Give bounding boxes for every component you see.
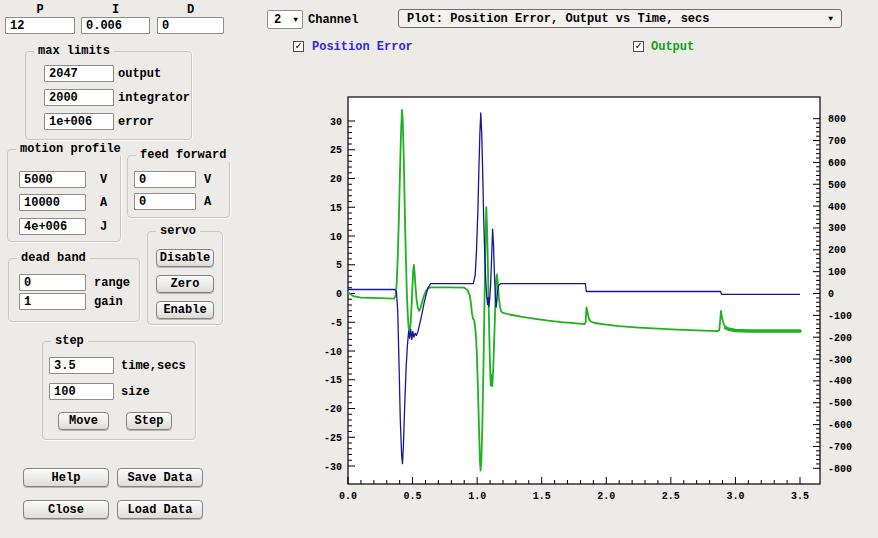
- svg-text:10: 10: [330, 232, 342, 243]
- svg-text:1.0: 1.0: [468, 491, 486, 502]
- svg-text:3.5: 3.5: [791, 491, 809, 502]
- svg-text:-200: -200: [828, 333, 852, 344]
- svg-text:500: 500: [828, 180, 846, 191]
- svg-text:0.5: 0.5: [404, 491, 422, 502]
- svg-text:-100: -100: [828, 311, 852, 322]
- svg-text:0: 0: [828, 289, 834, 300]
- svg-text:-800: -800: [828, 464, 852, 475]
- svg-text:-5: -5: [330, 318, 342, 329]
- svg-text:-500: -500: [828, 398, 852, 409]
- svg-text:-400: -400: [828, 376, 852, 387]
- svg-text:-15: -15: [324, 375, 342, 386]
- svg-text:25: 25: [330, 145, 342, 156]
- svg-text:100: 100: [828, 267, 846, 278]
- plot-canvas: -30-25-20-15-10-5051015202530-800-700-60…: [0, 0, 878, 538]
- svg-text:2.5: 2.5: [662, 491, 680, 502]
- svg-text:2.0: 2.0: [597, 491, 615, 502]
- svg-text:700: 700: [828, 136, 846, 147]
- svg-text:30: 30: [330, 117, 342, 128]
- svg-text:1.5: 1.5: [533, 491, 551, 502]
- svg-text:-25: -25: [324, 433, 342, 444]
- svg-text:800: 800: [828, 114, 846, 125]
- svg-text:400: 400: [828, 202, 846, 213]
- svg-text:200: 200: [828, 245, 846, 256]
- svg-text:-30: -30: [324, 462, 342, 473]
- svg-text:600: 600: [828, 158, 846, 169]
- svg-text:0.0: 0.0: [339, 491, 357, 502]
- svg-text:20: 20: [330, 174, 342, 185]
- svg-text:3.0: 3.0: [726, 491, 744, 502]
- svg-text:-300: -300: [828, 355, 852, 366]
- svg-text:5: 5: [336, 260, 342, 271]
- svg-text:-600: -600: [828, 420, 852, 431]
- pid-tuning-window: P I D 2 ▼ Channel Plot: Position Error, …: [0, 0, 878, 538]
- svg-text:-10: -10: [324, 347, 342, 358]
- svg-text:0: 0: [336, 289, 342, 300]
- svg-text:15: 15: [330, 203, 342, 214]
- svg-text:-700: -700: [828, 442, 852, 453]
- svg-text:300: 300: [828, 223, 846, 234]
- svg-text:-20: -20: [324, 404, 342, 415]
